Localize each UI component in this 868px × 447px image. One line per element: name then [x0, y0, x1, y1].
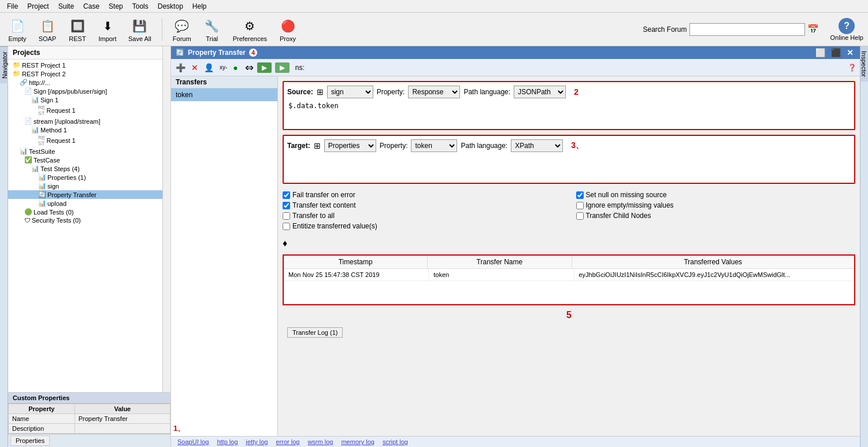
log-tab-wsrm[interactable]: wsrm log	[306, 438, 335, 446]
menu-file[interactable]: File	[2, 1, 23, 12]
preferences-button[interactable]: ⚙ Preferences	[229, 14, 270, 45]
source-expression[interactable]: $.data.token	[287, 101, 851, 124]
run-button[interactable]: ▶	[257, 62, 272, 73]
menu-suite[interactable]: Suite	[54, 1, 79, 12]
toolbar: 📄 Empty 📋 SOAP 🔲 REST ⬇ Import 💾 Save Al…	[0, 13, 868, 46]
search-input[interactable]	[689, 23, 805, 36]
save-all-icon: 💾	[131, 17, 149, 35]
desc-value-cell	[75, 424, 170, 434]
restore-button[interactable]: ⬛	[829, 48, 843, 57]
proxy-label: Proxy	[280, 35, 296, 42]
source-property-select[interactable]: Response	[408, 86, 460, 98]
import-icon: ⬇	[98, 17, 117, 35]
trial-button[interactable]: 🔧 Trial	[199, 14, 225, 45]
help-button[interactable]: ? Online Help	[830, 18, 863, 41]
tree-item-sign[interactable]: 📄 Sign [/apps/pub/user/sign]	[8, 87, 162, 95]
xy-button[interactable]: xy-	[218, 64, 228, 71]
proxy-button[interactable]: 🔴 Proxy	[275, 14, 301, 45]
log-tab-error[interactable]: error log	[274, 438, 301, 446]
tree-item-properties[interactable]: 📊 Properties (1)	[8, 173, 162, 182]
add-transfer-button[interactable]: ➕	[175, 63, 187, 72]
menu-step[interactable]: Step	[104, 1, 128, 12]
close-button[interactable]: ✕	[845, 48, 855, 57]
navigator-tab[interactable]: Navigator	[0, 46, 8, 83]
inspector-tab[interactable]: Inspector	[860, 46, 869, 82]
target-path-language-select[interactable]: XPath	[511, 139, 563, 152]
custom-properties-header: Custom Properties	[8, 393, 170, 404]
property-transfer-icon: 🔄	[38, 191, 46, 198]
target-property-select[interactable]: token	[411, 139, 457, 152]
property-col-header: Property	[9, 404, 75, 414]
search-icon[interactable]: 📅	[807, 24, 819, 35]
rename-transfer-button[interactable]: 👤	[203, 63, 215, 72]
log-tab-memory[interactable]: memory log	[339, 438, 376, 446]
undo-icon[interactable]: ♦	[283, 238, 287, 248]
transfer-to-all-checkbox[interactable]	[283, 212, 290, 220]
tree-item-stream[interactable]: 📄 stream [/upload/stream]	[8, 117, 162, 125]
transfer-child-checkbox[interactable]	[576, 212, 584, 220]
tree-item-teststeps[interactable]: 📊 Test Steps (4)	[8, 164, 162, 173]
tree-item-testsuite[interactable]: 📊 TestSuite	[8, 147, 162, 156]
left-column: Projects 📁 REST Project 1 📁 REST Project…	[8, 46, 171, 447]
collapse-button[interactable]: ⇔	[245, 61, 254, 74]
tree-item-http[interactable]: 🔗 http://...	[8, 78, 162, 87]
help-transfer-icon[interactable]: ❓	[848, 64, 856, 72]
set-null-checkbox[interactable]	[576, 191, 584, 199]
green-dot-button[interactable]: ●	[232, 63, 239, 72]
tree-item-rest2[interactable]: 📁 REST Project 2	[8, 69, 162, 78]
menu-project[interactable]: Project	[23, 1, 53, 12]
tree-item-method1[interactable]: 📊 Method 1	[8, 125, 162, 134]
log-tab-soapui[interactable]: SoapUI log	[176, 438, 210, 446]
tree-item-rest1[interactable]: 📁 REST Project 1	[8, 61, 162, 69]
tree-item-upload[interactable]: 📊 upload	[8, 199, 162, 208]
entitize-checkbox[interactable]	[283, 223, 290, 230]
tree-item-sign1[interactable]: 📊 Sign 1	[8, 95, 162, 104]
log-tab-http[interactable]: http log	[215, 438, 239, 446]
transfer-item-token[interactable]: token	[171, 88, 277, 101]
fail-transfer-checkbox[interactable]	[283, 191, 290, 199]
timestamp-cell: Mon Nov 25 15:47:38 CST 2019	[284, 269, 429, 280]
tree-item-testcase[interactable]: ✅ TestCase	[8, 156, 162, 164]
trial-label: Trial	[206, 35, 218, 42]
main-content: 🔄 Property Transfer 4 ⬜ ⬛ ✕ ➕ ✕ 👤 xy- ● …	[171, 46, 860, 447]
tree-item-property-transfer[interactable]: 🔄 Property Transfer	[8, 190, 162, 199]
transfer-log-button[interactable]: Transfer Log (1)	[287, 327, 343, 338]
transfer-text-checkbox[interactable]	[283, 202, 290, 209]
transfer-to-all-label: Transfer to all	[292, 212, 335, 220]
remove-transfer-button[interactable]: ✕	[190, 63, 199, 72]
ignore-empty-checkbox[interactable]	[576, 202, 584, 209]
source-path-language-select[interactable]: JSONPath	[514, 86, 566, 98]
menu-tools[interactable]: Tools	[128, 1, 153, 12]
menu-help[interactable]: Help	[188, 1, 212, 12]
maximize-button[interactable]: ⬜	[814, 48, 827, 57]
log-tab-jetty[interactable]: jetty log	[244, 438, 270, 446]
log-tab-script[interactable]: script log	[381, 438, 410, 446]
transfer-name-cell: token	[429, 269, 574, 280]
properties-tab[interactable]: Properties	[10, 435, 50, 446]
navigator-sidebar: Navigator	[0, 46, 8, 447]
run-all-button[interactable]: ▶	[275, 62, 290, 73]
soap-button[interactable]: 📋 SOAP	[35, 14, 60, 45]
proxy-icon: 🔴	[279, 17, 297, 35]
custom-properties-section: Property Value Name Property Transfer De…	[8, 404, 170, 434]
req1-icon: REST	[38, 105, 46, 116]
tree-item-security-tests[interactable]: 🛡 Security Tests (0)	[8, 216, 162, 224]
source-select[interactable]: sign	[327, 86, 373, 98]
menu-case[interactable]: Case	[79, 1, 104, 12]
forum-button[interactable]: 💬 Forum	[169, 14, 195, 45]
tree-item-req1b[interactable]: REST Request 1	[8, 134, 162, 147]
target-select[interactable]: Properties	[324, 139, 376, 152]
rest-button[interactable]: 🔲 REST	[65, 14, 90, 45]
undo-area: ♦	[283, 237, 855, 250]
menu-desktop[interactable]: Desktop	[153, 1, 188, 12]
tree-item-load-tests[interactable]: 🟢 Load Tests (0)	[8, 208, 162, 216]
save-all-button[interactable]: 💾 Save All	[125, 14, 155, 45]
target-expression[interactable]	[287, 154, 851, 178]
target-path-language-label: Path language:	[461, 142, 507, 150]
annotation-2: 2	[574, 87, 578, 97]
sign-step-label: sign	[47, 183, 59, 190]
import-button[interactable]: ⬇ Import	[95, 14, 120, 45]
tree-item-req1[interactable]: REST Request 1	[8, 104, 162, 117]
empty-button[interactable]: 📄 Empty	[5, 14, 30, 45]
tree-item-sign-step[interactable]: 📊 sign	[8, 182, 162, 190]
